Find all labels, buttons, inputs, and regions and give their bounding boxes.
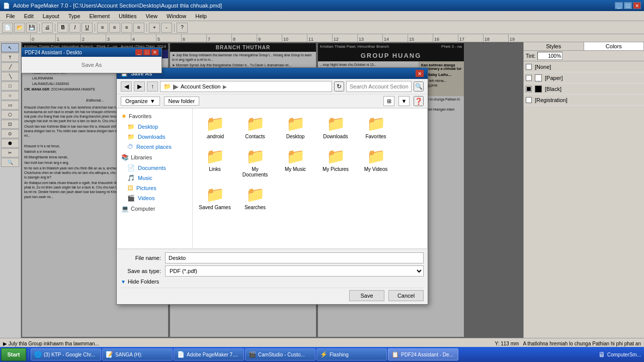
style-item-none[interactable]: [None] bbox=[524, 61, 644, 72]
start-button[interactable]: Start bbox=[1, 348, 26, 361]
nav-item-videos[interactable]: 🎬 Videos bbox=[117, 193, 192, 203]
menu-window[interactable]: Window bbox=[163, 12, 190, 20]
window-controls[interactable]: _ □ ✕ bbox=[615, 2, 641, 9]
dialog-close-button[interactable]: ✕ bbox=[416, 70, 424, 77]
help-icon-button[interactable]: ❓ bbox=[414, 96, 424, 106]
tool-align-right[interactable]: ≡ bbox=[121, 23, 132, 33]
style-item-black[interactable]: [Black] bbox=[524, 83, 644, 95]
file-name-input[interactable] bbox=[165, 252, 424, 263]
menu-edit[interactable]: Edit bbox=[20, 12, 38, 20]
view-button[interactable]: ⊞ bbox=[383, 96, 394, 106]
file-item-links[interactable]: 📁 Links bbox=[197, 145, 233, 179]
menu-utilities[interactable]: Utilities bbox=[115, 12, 140, 20]
pdf-minimize-btn[interactable]: _ bbox=[135, 49, 142, 55]
file-item-my-documents[interactable]: 📁 My Documents bbox=[237, 145, 273, 179]
file-item-searches[interactable]: 📁 Searches bbox=[237, 184, 273, 212]
back-button[interactable]: ◀ bbox=[121, 81, 132, 92]
tool-zoom[interactable]: 🔍 bbox=[1, 158, 19, 167]
tool-frame-ellipse[interactable]: ⊙ bbox=[1, 129, 19, 138]
nav-item-downloads[interactable]: 📁 Downloads bbox=[117, 132, 192, 142]
pdf-maximize-btn[interactable]: □ bbox=[143, 49, 150, 55]
minimize-button[interactable]: _ bbox=[615, 2, 623, 9]
tool-constrained-line[interactable]: ╲ bbox=[1, 72, 19, 81]
nav-favorites-header[interactable]: ★ Favorites bbox=[117, 111, 192, 122]
nav-item-desktop[interactable]: 📁 Desktop bbox=[117, 122, 192, 132]
refresh-button[interactable]: ↻ bbox=[334, 81, 344, 92]
tool-zoom-out[interactable]: - bbox=[161, 23, 172, 33]
tool-bold[interactable]: B bbox=[57, 23, 68, 33]
tool-underline[interactable]: U bbox=[82, 23, 93, 33]
pdf-close-btn[interactable]: ✕ bbox=[151, 49, 158, 55]
tab-colors[interactable]: Colors bbox=[584, 42, 645, 50]
taskbar-item-pagemaker[interactable]: 📄 Adobe PageMaker 7.... bbox=[174, 348, 244, 360]
tool-poly-rect[interactable]: ▭ bbox=[1, 101, 19, 110]
forward-button[interactable]: ▶ bbox=[134, 81, 145, 92]
menu-type[interactable]: Type bbox=[64, 12, 85, 20]
tool-text[interactable]: T bbox=[1, 53, 19, 62]
tool-help[interactable]: ? bbox=[177, 23, 188, 33]
tool-save[interactable]: 💾 bbox=[26, 23, 37, 33]
tab-styles[interactable]: Styles bbox=[524, 42, 584, 50]
file-item-my-music[interactable]: 📁 My Music bbox=[277, 145, 313, 179]
menu-layout[interactable]: Layout bbox=[39, 12, 63, 20]
style-item-paper[interactable]: [Paper] bbox=[524, 72, 644, 83]
nav-libraries-header[interactable]: 📚 Libraries bbox=[117, 152, 192, 163]
nav-item-documents[interactable]: 📄 Documents bbox=[117, 163, 192, 173]
tool-new[interactable]: 📄 bbox=[2, 23, 13, 33]
tool-print[interactable]: 🖨 bbox=[42, 23, 53, 33]
tint-input[interactable] bbox=[537, 52, 562, 60]
view-dropdown-button[interactable]: ▼ bbox=[398, 96, 410, 106]
taskbar-item-chrome[interactable]: 🌐 (3) KTP - Google Chr... bbox=[31, 348, 101, 360]
nav-item-pictures[interactable]: 🖼 Pictures bbox=[117, 183, 192, 193]
save-button[interactable]: Save bbox=[349, 290, 384, 301]
taskbar-item-sanga[interactable]: 📝 SANGA (H): bbox=[102, 348, 173, 360]
cancel-button[interactable]: Cancel bbox=[388, 290, 424, 301]
search-input[interactable] bbox=[346, 81, 412, 92]
tool-ellipse[interactable]: ○ bbox=[1, 91, 19, 100]
file-type-select[interactable]: PDF (*.pdf) bbox=[165, 265, 424, 277]
tool-frame-rect[interactable]: ⊡ bbox=[1, 120, 19, 129]
tool-align-left[interactable]: ≡ bbox=[97, 23, 108, 33]
menu-help[interactable]: Help bbox=[191, 12, 211, 20]
menu-file[interactable]: File bbox=[2, 12, 19, 20]
tool-polygon[interactable]: ⬡ bbox=[1, 110, 19, 119]
tool-rect[interactable]: □ bbox=[1, 81, 19, 90]
tool-pointer[interactable]: ↖ bbox=[1, 43, 19, 52]
close-button[interactable]: ✕ bbox=[633, 2, 641, 9]
nav-item-recent[interactable]: ⏱ Recent places bbox=[117, 142, 192, 152]
taskbar-item-camstudio[interactable]: 🎬 CamStudio - Custo... bbox=[245, 348, 315, 360]
taskbar-item-flashing[interactable]: ⚡ Flashing bbox=[316, 348, 387, 360]
hide-folders-row[interactable]: ▼ Hide Folders bbox=[121, 279, 424, 285]
nav-computer-header[interactable]: 💻 Computer bbox=[117, 203, 192, 214]
taskbar-item-pdf24[interactable]: 📋 PDF24 Assistant - De... bbox=[388, 348, 458, 360]
ruler-mark-13: 13 bbox=[357, 34, 382, 42]
file-item-saved-games[interactable]: 📁 Saved Games bbox=[197, 184, 233, 212]
pdf-title-text: PDF24 Assistant - Deskto bbox=[25, 50, 82, 55]
menu-element[interactable]: Element bbox=[86, 12, 114, 20]
file-item-favorites[interactable]: 📁 Favorites bbox=[358, 113, 394, 141]
tool-align-center[interactable]: ≡ bbox=[109, 23, 120, 33]
file-item-android[interactable]: 📁 .android bbox=[197, 113, 233, 141]
style-item-registration[interactable]: [Registration] bbox=[524, 95, 644, 106]
file-item-contacts[interactable]: 📁 Contacts bbox=[237, 113, 273, 141]
new-folder-button[interactable]: New folder bbox=[164, 97, 200, 106]
tool-cropping[interactable]: ✂ bbox=[1, 148, 19, 157]
styles-colors-tabs: Styles Colors bbox=[524, 42, 644, 51]
maximize-button[interactable]: □ bbox=[624, 2, 632, 9]
tool-line[interactable]: ╱ bbox=[1, 62, 19, 71]
tool-italic[interactable]: I bbox=[69, 23, 80, 33]
file-item-downloads[interactable]: 📁 Downloads bbox=[317, 113, 354, 141]
tool-open[interactable]: 📂 bbox=[14, 23, 25, 33]
organize-button[interactable]: Organize ▼ bbox=[121, 97, 160, 106]
tool-frame-poly[interactable]: ⬟ bbox=[1, 139, 19, 148]
menu-view[interactable]: View bbox=[141, 12, 162, 20]
up-button[interactable]: ↑ bbox=[147, 81, 158, 92]
search-icon-button[interactable]: 🔍 bbox=[414, 81, 424, 92]
tool-zoom-in[interactable]: + bbox=[149, 23, 160, 33]
file-item-my-pictures[interactable]: 📁 My Pictures bbox=[317, 145, 354, 179]
file-item-desktop[interactable]: 📁 Desktop bbox=[277, 113, 313, 141]
file-item-my-videos[interactable]: 📁 My Videos bbox=[358, 145, 394, 179]
tool-align-justify[interactable]: ≡ bbox=[133, 23, 144, 33]
address-bar[interactable]: 📁 ▶ Account Section ▶ bbox=[160, 81, 332, 92]
nav-item-music[interactable]: 🎵 Music bbox=[117, 173, 192, 183]
